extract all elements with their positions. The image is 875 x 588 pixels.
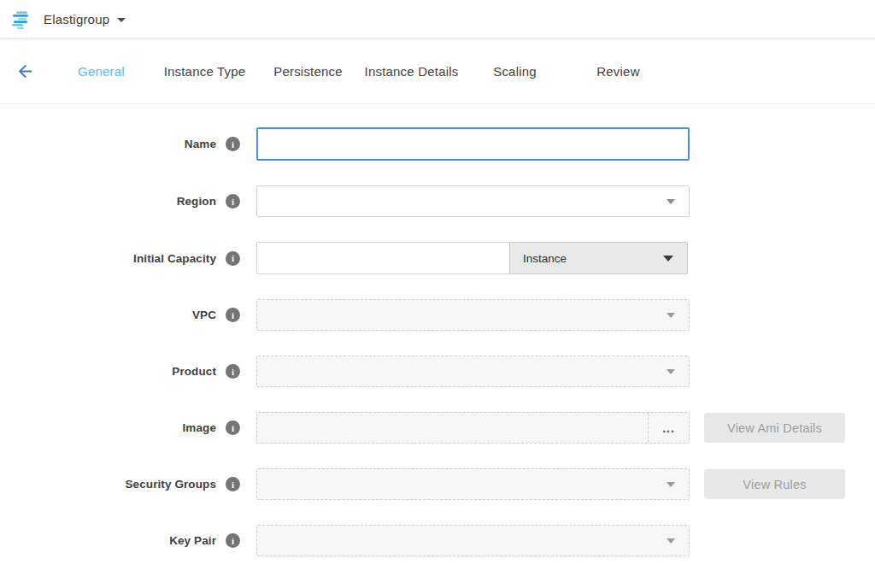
back-button[interactable] [0,62,50,81]
tab-instance-type[interactable]: Instance Type [153,64,256,79]
arrow-back-icon [15,62,35,81]
view-rules-button[interactable]: View Rules [704,469,845,499]
capacity-unit-value: Instance [523,252,567,265]
info-icon[interactable]: i [226,251,240,266]
info-icon[interactable]: i [226,308,240,322]
chevron-down-icon[interactable] [117,18,126,22]
info-icon[interactable]: i [226,420,240,435]
vpc-select [256,299,690,331]
region-label: Region [177,195,216,208]
chevron-down-icon [667,199,675,204]
view-ami-details-button[interactable]: View Ami Details [704,413,845,443]
wizard-tabs: General Instance Type Persistence Instan… [50,64,670,79]
form-row-name: Name i [0,127,875,161]
name-input[interactable] [256,127,690,161]
tab-general[interactable]: General [50,64,153,79]
info-icon[interactable]: i [226,477,240,491]
key-pair-label: Key Pair [169,534,216,547]
elastigroup-logo-icon [12,9,34,30]
app-title[interactable]: Elastigroup [44,12,109,26]
wizard-tab-bar: General Instance Type Persistence Instan… [0,39,875,104]
initial-capacity-input[interactable] [256,242,509,274]
chevron-down-icon [667,369,675,374]
product-select [256,356,690,387]
chevron-down-icon [667,538,675,544]
info-icon[interactable]: i [226,533,240,548]
general-settings-form: Name i Region i Initial Capacity i Inst [0,104,875,556]
name-label: Name [185,138,216,150]
product-label: Product [172,365,216,378]
security-groups-select [256,468,690,500]
form-row-key-pair: Key Pair i [0,525,875,556]
browse-image-button[interactable]: ... [648,413,689,443]
form-row-security-groups: Security Groups i View Rules [0,468,875,500]
initial-capacity-label: Initial Capacity [133,252,216,265]
vpc-label: VPC [192,309,216,321]
info-icon[interactable]: i [226,137,240,151]
info-icon[interactable]: i [226,364,240,379]
form-row-region: Region i [0,185,875,217]
image-label: Image [182,421,216,434]
tab-persistence[interactable]: Persistence [256,64,360,79]
chevron-down-icon [667,482,675,487]
chevron-down-icon [663,256,673,262]
form-row-product: Product i [0,356,875,387]
info-icon[interactable]: i [226,194,240,209]
image-input: ... [256,412,690,444]
top-app-bar: Elastigroup [0,0,875,39]
form-row-image: Image i ... View Ami Details [0,412,875,444]
tab-review[interactable]: Review [567,64,670,79]
key-pair-select [256,525,690,556]
tab-instance-details[interactable]: Instance Details [360,64,463,79]
security-groups-label: Security Groups [125,478,216,491]
tab-scaling[interactable]: Scaling [463,64,567,79]
capacity-unit-select[interactable]: Instance [509,242,688,274]
chevron-down-icon [667,313,675,318]
form-row-initial-capacity: Initial Capacity i Instance [0,242,875,274]
form-row-vpc: VPC i [0,299,875,331]
region-select[interactable] [256,185,690,217]
